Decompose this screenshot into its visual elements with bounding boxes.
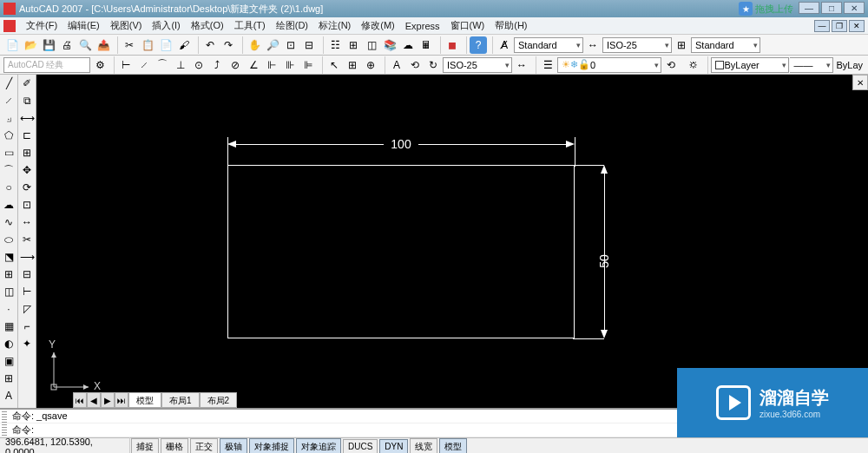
array-icon[interactable]: ⊞ — [18, 144, 36, 161]
ortho-toggle[interactable]: 正交 — [190, 438, 218, 454]
zoom-rt-icon[interactable]: 🔎 — [264, 36, 281, 54]
dim-edit-icon[interactable]: A — [388, 56, 405, 74]
tablestyle-combo[interactable]: Standard — [691, 37, 760, 53]
command-grip[interactable] — [2, 411, 7, 436]
tab-last-icon[interactable]: ⏭ — [115, 392, 128, 408]
linetype-combo[interactable]: —— — [790, 57, 833, 73]
tab-prev-icon[interactable]: ◀ — [87, 392, 101, 408]
tab-layout1[interactable]: 布局1 — [161, 392, 200, 408]
otrack-toggle[interactable]: 对象追踪 — [296, 438, 341, 454]
table-icon[interactable]: ⊞ — [0, 370, 17, 387]
polygon-icon[interactable]: ⬠ — [0, 127, 17, 144]
ducs-toggle[interactable]: DUCS — [343, 439, 378, 453]
match-icon[interactable]: 🖌 — [175, 36, 193, 54]
dimstyle-icon[interactable]: ↔ — [584, 36, 602, 54]
menu-edit[interactable]: 编辑(E) — [62, 17, 105, 34]
menu-modify[interactable]: 修改(M) — [356, 17, 400, 34]
publish-icon[interactable]: 📤 — [95, 36, 112, 54]
trim-icon[interactable]: ✂ — [18, 231, 36, 248]
dim-dia-icon[interactable]: ⊘ — [227, 56, 244, 74]
dim-base-icon[interactable]: ⊪ — [281, 56, 299, 74]
properties-icon[interactable]: ☷ — [326, 36, 344, 54]
tab-layout2[interactable]: 布局2 — [200, 392, 238, 408]
dim-ang-icon[interactable]: ∠ — [245, 56, 262, 74]
ws-settings-icon[interactable]: ⚙ — [91, 56, 108, 74]
menu-express[interactable]: Express — [400, 19, 445, 33]
mtext-icon[interactable]: A — [0, 387, 17, 404]
lwt-toggle[interactable]: 线宽 — [410, 438, 437, 454]
copy-icon[interactable]: ⧉ — [18, 92, 36, 109]
dim-quick-icon[interactable]: ⊩ — [263, 56, 280, 74]
model-toggle[interactable]: 模型 — [439, 438, 467, 454]
dim-cont-icon[interactable]: ⊫ — [299, 56, 317, 74]
scale-icon[interactable]: ⊡ — [18, 196, 36, 213]
markup-icon[interactable]: ☁ — [399, 36, 417, 54]
grid-toggle[interactable]: 栅格 — [161, 438, 188, 454]
dyn-toggle[interactable]: DYN — [379, 439, 408, 453]
dim-update-icon[interactable]: ↻ — [424, 56, 442, 74]
block-icon[interactable]: ◼ — [444, 36, 461, 54]
calc-icon[interactable]: 🖩 — [418, 36, 435, 54]
circle-icon[interactable]: ○ — [0, 179, 17, 196]
upload-tag[interactable]: ★ 拖拽上传 — [735, 2, 797, 16]
paste-icon[interactable]: 📄 — [157, 36, 174, 54]
doc-minimize[interactable]: — — [814, 20, 830, 32]
redo-icon[interactable]: ↷ — [220, 36, 237, 54]
point-icon[interactable]: · — [0, 300, 17, 318]
join-icon[interactable]: ⊢ — [18, 283, 36, 300]
textstyle-combo[interactable]: Standard — [514, 37, 583, 53]
ssm-icon[interactable]: 📚 — [381, 36, 398, 54]
xline-icon[interactable]: ⟋ — [0, 92, 17, 109]
minimize-button[interactable]: — — [799, 2, 819, 14]
extend-icon[interactable]: ⟶ — [18, 248, 36, 266]
menu-dimension[interactable]: 标注(N) — [313, 17, 356, 34]
dim-leader-icon[interactable]: ↖ — [326, 56, 343, 74]
block-icon[interactable]: ◫ — [0, 283, 17, 300]
dim-tedit-icon[interactable]: ⟲ — [406, 56, 424, 74]
cut-icon[interactable]: ✂ — [121, 36, 138, 54]
layer-combo[interactable]: ☀❄🔓 0 — [557, 57, 661, 73]
layer-prev-icon[interactable]: ⟲ — [662, 56, 680, 74]
layer-mgr-icon[interactable]: ☰ — [539, 56, 556, 74]
dim-rad-icon[interactable]: ⊙ — [190, 56, 207, 74]
rotate-icon[interactable]: ⟳ — [18, 179, 36, 196]
arc-icon[interactable]: ⌒ — [0, 161, 17, 179]
dim-jog-icon[interactable]: ⤴ — [208, 56, 226, 74]
dim-style-combo[interactable]: ISO-25 — [443, 57, 512, 73]
fillet-icon[interactable]: ⌐ — [18, 318, 36, 335]
mirror-icon[interactable]: ⟷ — [18, 109, 36, 127]
move-icon[interactable]: ✥ — [18, 161, 36, 179]
menu-file[interactable]: 文件(F) — [21, 17, 62, 34]
doc-restore[interactable]: ❐ — [832, 20, 847, 32]
help-icon[interactable]: ? — [470, 36, 487, 54]
revcloud-icon[interactable]: ☁ — [0, 196, 17, 213]
workspace-combo[interactable]: AutoCAD 经典 — [3, 57, 90, 73]
ellipsearc-icon[interactable]: ⬔ — [0, 248, 17, 266]
dim-style-icon[interactable]: ↔ — [513, 56, 530, 74]
maximize-button[interactable]: □ — [821, 2, 842, 14]
hatch-icon[interactable]: ▦ — [0, 318, 17, 335]
snap-toggle[interactable]: 捕捉 — [131, 438, 159, 454]
zoom-prev-icon[interactable]: ⊟ — [300, 36, 318, 54]
gradient-icon[interactable]: ◐ — [0, 335, 17, 352]
region-icon[interactable]: ▣ — [0, 352, 17, 370]
ellipse-icon[interactable]: ⬭ — [0, 231, 17, 248]
menu-help[interactable]: 帮助(H) — [490, 17, 532, 34]
pan-icon[interactable]: ✋ — [246, 36, 263, 54]
menu-tools[interactable]: 工具(T) — [229, 17, 271, 34]
zoom-win-icon[interactable]: ⊡ — [282, 36, 299, 54]
layer-states-icon[interactable]: ⛭ — [685, 56, 702, 74]
tablestyle-icon[interactable]: ⊞ — [673, 36, 690, 54]
copy-icon[interactable]: 📋 — [139, 36, 156, 54]
pline-icon[interactable]: ⟓ — [0, 109, 17, 127]
open-icon[interactable]: 📂 — [22, 36, 39, 54]
menu-draw[interactable]: 绘图(D) — [271, 17, 313, 34]
close-button[interactable]: ✕ — [844, 2, 865, 14]
polar-toggle[interactable]: 极轴 — [220, 438, 247, 454]
offset-icon[interactable]: ⊏ — [18, 127, 36, 144]
tab-next-icon[interactable]: ▶ — [101, 392, 115, 408]
rectangle-icon[interactable]: ▭ — [0, 144, 17, 161]
tab-first-icon[interactable]: ⏮ — [73, 392, 87, 408]
menu-format[interactable]: 格式(O) — [186, 17, 229, 34]
save-icon[interactable]: 💾 — [40, 36, 57, 54]
